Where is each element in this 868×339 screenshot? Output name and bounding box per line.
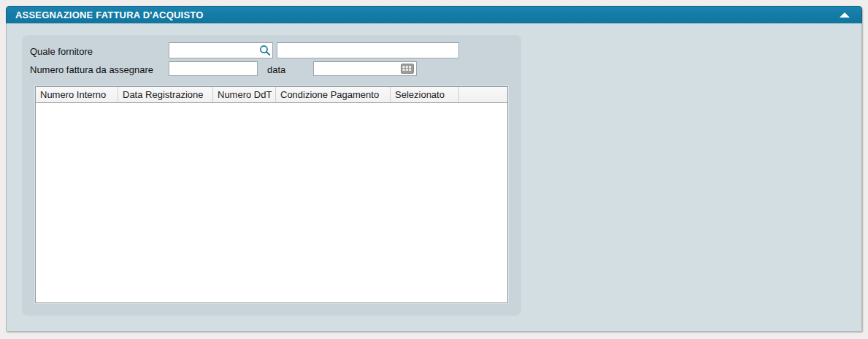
calendar-icon[interactable] <box>399 63 415 75</box>
assegnazione-fattura-window: ASSEGNAZIONE FATTURA D'ACQUISTO Quale fo… <box>6 6 862 332</box>
results-table-header: Numero Interno Data Registrazione Numero… <box>36 87 507 103</box>
chevron-up-icon <box>840 12 850 18</box>
search-icon[interactable] <box>258 44 272 57</box>
page-title: ASSEGNAZIONE FATTURA D'ACQUISTO <box>15 9 837 20</box>
column-header-data-registrazione[interactable]: Data Registrazione <box>118 87 213 102</box>
date-label: data <box>267 64 285 75</box>
supplier-name-input[interactable] <box>277 42 459 58</box>
results-table-body[interactable] <box>36 103 507 302</box>
titlebar: ASSEGNAZIONE FATTURA D'ACQUISTO <box>6 6 862 23</box>
column-header-condizione-pagamento[interactable]: Condizione Pagamento <box>276 87 391 102</box>
invoice-number-label: Numero fattura da assegnare <box>30 64 153 75</box>
window-body: Quale fornitore Numero fattura da assegn… <box>6 23 862 332</box>
results-table: Numero Interno Data Registrazione Numero… <box>35 86 508 303</box>
column-header-spacer <box>459 87 507 102</box>
column-header-numero-ddt[interactable]: Numero DdT <box>213 87 276 102</box>
invoice-number-input[interactable] <box>169 61 258 76</box>
column-header-selezionato[interactable]: Selezionato <box>391 87 459 102</box>
supplier-label: Quale fornitore <box>30 46 93 57</box>
column-header-numero-interno[interactable]: Numero Interno <box>36 87 118 102</box>
form-panel: Quale fornitore Numero fattura da assegn… <box>22 35 521 316</box>
collapse-panel-button[interactable] <box>837 9 853 22</box>
